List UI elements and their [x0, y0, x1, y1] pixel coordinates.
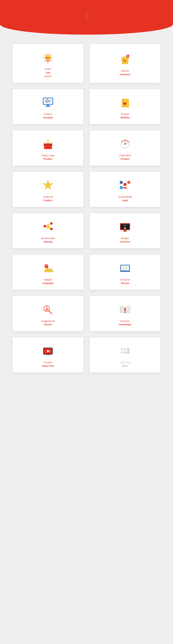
product-compare-label: ProductCompare	[43, 112, 53, 120]
social-media-login-label: Social MediaLogin	[118, 195, 132, 202]
multiple-language-icon	[41, 261, 55, 275]
svg-point-49	[124, 183, 126, 186]
product-wishlist-icon	[118, 95, 132, 110]
feature-card-dynamic-homepage: ★ ★ DynamicHomepage	[90, 296, 160, 331]
svg-text:★: ★	[128, 264, 130, 266]
product-video-label: ProductVideo Post	[42, 361, 54, 368]
customer-review-label: CustomerReview	[120, 278, 130, 285]
dynamic-homepage-label: DynamicHomepage	[119, 319, 131, 326]
customer-review-icon: ★ ★ ★ ★ ★ ★ ★	[118, 261, 132, 275]
feature-card-multiple-language: MultipleLanguage	[12, 255, 83, 290]
svg-text:★: ★	[120, 264, 121, 266]
svg-point-119	[124, 348, 126, 350]
svg-text:GO!!!: GO!!!	[123, 224, 127, 226]
svg-rect-93	[45, 309, 46, 311]
svg-text:★: ★	[128, 304, 130, 306]
svg-rect-23	[123, 98, 124, 100]
svg-text:★: ★	[128, 223, 128, 225]
svg-text:G+: G+	[128, 182, 130, 184]
feature-card-easiest-checkout: EasiestCheckout	[90, 44, 160, 83]
svg-marker-45	[43, 180, 53, 189]
svg-line-30	[47, 139, 48, 140]
feature-card-product-compare: ProductCompare	[12, 89, 83, 124]
suggestional-search-icon	[41, 302, 55, 316]
svg-point-59	[50, 222, 53, 225]
feature-card-flash-deal: Flash DealProduct	[90, 130, 160, 166]
feature-card-smart-cart: BUY Smart Cartsystem	[12, 44, 83, 83]
svg-point-121	[121, 351, 123, 354]
page-header	[0, 0, 173, 34]
header-divider	[86, 12, 87, 19]
social-media-sharing-icon	[41, 220, 55, 234]
svg-text:$: $	[125, 228, 126, 229]
feature-card-social-media-login: f G+ t Social MediaLogin	[90, 172, 160, 207]
svg-text:t: t	[121, 187, 122, 189]
feature-card-upcoming-more: UpcomingMore	[90, 338, 160, 372]
svg-line-31	[48, 139, 49, 140]
social-media-sharing-label: Social mediaSharing	[41, 236, 55, 244]
feature-card-product-wishlist: ProductWishlist	[90, 89, 160, 124]
svg-rect-24	[126, 98, 127, 100]
svg-rect-20	[46, 106, 50, 107]
feature-card-todays-deal: Today's dealProduct	[12, 130, 83, 166]
svg-point-120	[127, 348, 130, 350]
svg-rect-68	[123, 231, 127, 232]
svg-line-32	[50, 141, 52, 142]
svg-rect-117	[46, 354, 50, 355]
svg-line-2	[50, 54, 52, 55]
svg-line-33	[44, 141, 46, 142]
easiest-checkout-icon	[118, 52, 132, 66]
feature-card-featured-product: FeaturedProduct	[12, 172, 83, 207]
svg-line-58	[122, 186, 124, 187]
svg-point-118	[121, 348, 123, 350]
featured-product-icon	[41, 178, 55, 192]
svg-rect-67	[124, 230, 126, 231]
svg-rect-94	[46, 308, 47, 311]
svg-point-122	[124, 351, 126, 354]
svg-text:★: ★	[128, 267, 129, 269]
todays-deal-icon	[41, 137, 55, 151]
svg-point-107	[124, 308, 126, 310]
product-video-icon	[41, 344, 55, 358]
svg-point-40	[124, 144, 126, 145]
svg-point-61	[44, 225, 46, 228]
svg-text:BUY: BUY	[46, 57, 50, 59]
todays-deal-label: Today's dealProduct	[42, 154, 54, 161]
multiple-language-label: MultipleLanguage	[42, 278, 54, 285]
feature-card-customer-review: ★ ★ ★ ★ ★ ★ ★ CustomerReview	[90, 255, 160, 290]
flash-deal-label: Flash DealProduct	[119, 154, 131, 161]
svg-text:★: ★	[122, 223, 123, 225]
svg-line-7	[44, 60, 46, 61]
multiple-currency-icon: GO!!! $ ★ ★	[118, 220, 132, 234]
smart-cart-label: Smart Cartsystem	[44, 67, 52, 78]
svg-rect-95	[48, 308, 48, 311]
svg-text:★: ★	[126, 267, 128, 269]
svg-rect-28	[44, 144, 52, 146]
svg-text:★: ★	[122, 267, 124, 269]
svg-line-57	[126, 183, 128, 184]
svg-line-5	[44, 54, 46, 55]
features-grid: BUY Smart Cartsystem	[0, 34, 173, 382]
svg-point-123	[127, 351, 130, 354]
feature-card-multiple-currency: GO!!! $ ★ ★ MultipleCurrency	[90, 213, 160, 248]
featured-product-label: FeaturedProduct	[43, 195, 53, 202]
svg-point-60	[50, 228, 53, 230]
svg-text:★: ★	[124, 267, 126, 269]
dynamic-homepage-icon: ★ ★	[118, 302, 132, 316]
social-media-login-icon: f G+ t	[118, 178, 132, 192]
easiest-checkout-label: EasiestCheckout	[120, 69, 130, 76]
svg-line-4	[50, 60, 52, 61]
product-wishlist-label: ProductWishlist	[120, 112, 130, 120]
smart-cart-icon: BUY	[41, 50, 55, 64]
flash-deal-icon	[118, 137, 132, 151]
svg-text:★: ★	[120, 270, 121, 271]
upcoming-more-label: UpcomingMore	[120, 361, 130, 368]
feature-card-suggestional-search: SuggestionalSearch	[12, 296, 83, 331]
multiple-currency-label: MultipleCurrency	[120, 236, 130, 244]
upcoming-more-icon	[118, 344, 132, 358]
svg-line-92	[49, 311, 52, 314]
svg-text:★: ★	[130, 308, 131, 309]
suggestional-search-label: SuggestionalSearch	[41, 319, 55, 326]
feature-card-product-video: ProductVideo Post	[12, 338, 83, 372]
svg-rect-81	[120, 271, 130, 272]
